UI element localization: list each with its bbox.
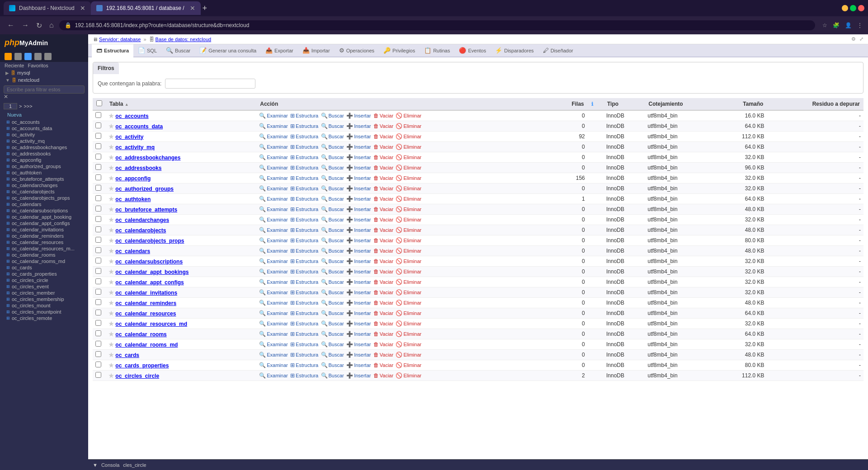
- buscar-link[interactable]: 🔍 Buscar: [321, 268, 344, 275]
- eliminar-link[interactable]: 🚫 Eliminar: [396, 331, 421, 337]
- tab-eventos[interactable]: 🔴 Eventos: [454, 44, 491, 57]
- sidebar-table-oc_calendar_reminders[interactable]: ⊞oc_calendar_reminders: [0, 233, 88, 239]
- estructura-link[interactable]: ⊞ Estructura: [290, 372, 318, 379]
- row-checkbox[interactable]: [95, 122, 101, 128]
- eliminar-link[interactable]: 🚫 Eliminar: [396, 258, 421, 264]
- vaciar-link[interactable]: 🗑 Vaciar: [373, 196, 393, 202]
- estructura-link[interactable]: ⊞ Estructura: [290, 320, 318, 327]
- vaciar-link[interactable]: 🗑 Vaciar: [373, 175, 393, 181]
- buscar-link[interactable]: 🔍 Buscar: [321, 372, 344, 379]
- forward-button[interactable]: →: [20, 19, 31, 31]
- estructura-link[interactable]: ⊞ Estructura: [290, 352, 318, 358]
- sidebar-table-oc_calendar_appt_configs[interactable]: ⊞oc_calendar_appt_configs: [0, 220, 88, 226]
- star-icon[interactable]: ★: [108, 237, 114, 244]
- star-icon[interactable]: ★: [108, 372, 114, 379]
- estructura-link[interactable]: ⊞ Estructura: [290, 289, 318, 296]
- star-icon[interactable]: ★: [108, 289, 114, 296]
- star-icon[interactable]: ★: [108, 268, 114, 275]
- eliminar-link[interactable]: 🚫 Eliminar: [396, 185, 421, 192]
- table-name-link[interactable]: oc_cards_properties: [115, 362, 169, 369]
- star-icon[interactable]: ★: [108, 196, 114, 202]
- recent-tab[interactable]: Reciente: [5, 63, 24, 68]
- buscar-link[interactable]: 🔍 Buscar: [321, 320, 344, 327]
- sidebar-table-oc_activity[interactable]: ⊞oc_activity: [0, 132, 88, 138]
- table-name-link[interactable]: oc_accounts_data: [115, 123, 163, 130]
- tab-sql[interactable]: 📄 SQL: [133, 44, 161, 57]
- sidebar-table-oc_cards[interactable]: ⊞oc_cards: [0, 264, 88, 271]
- menu-icon[interactable]: ⋮: [857, 22, 863, 28]
- vaciar-link[interactable]: 🗑 Vaciar: [373, 258, 393, 264]
- row-checkbox[interactable]: [95, 133, 101, 139]
- estructura-link[interactable]: ⊞ Estructura: [290, 113, 318, 119]
- settings-icon[interactable]: ⚙: [851, 36, 856, 42]
- examinar-link[interactable]: 🔍 Examinar: [259, 216, 288, 223]
- row-checkbox[interactable]: [95, 351, 101, 357]
- insertar-link[interactable]: ➕ Insertar: [346, 268, 371, 275]
- examinar-link[interactable]: 🔍 Examinar: [259, 227, 288, 233]
- sidebar-table-oc_calendar_appt_booking[interactable]: ⊞oc_calendar_appt_booking: [0, 214, 88, 220]
- insertar-link[interactable]: ➕ Insertar: [346, 331, 371, 337]
- table-name-link[interactable]: oc_calendarobjects_props: [115, 238, 184, 244]
- vaciar-link[interactable]: 🗑 Vaciar: [373, 372, 393, 379]
- row-checkbox[interactable]: [95, 164, 101, 170]
- sidebar-settings-icon[interactable]: [14, 53, 22, 60]
- fullscreen-icon[interactable]: ⤢: [859, 36, 863, 42]
- row-checkbox[interactable]: [95, 268, 101, 274]
- row-checkbox[interactable]: [95, 143, 101, 149]
- insertar-link[interactable]: ➕ Insertar: [346, 175, 371, 181]
- star-icon[interactable]: ★: [108, 341, 114, 348]
- row-checkbox[interactable]: [95, 289, 101, 295]
- sidebar-nav-end[interactable]: >>>: [24, 103, 32, 109]
- row-checkbox[interactable]: [95, 174, 101, 180]
- tab-1-close[interactable]: ✕: [80, 5, 85, 12]
- table-name-link[interactable]: oc_calendarsubscriptions: [115, 258, 183, 265]
- row-checkbox[interactable]: [95, 154, 101, 160]
- sidebar-table-oc_calendarsubscriptions[interactable]: ⊞oc_calendarsubscriptions: [0, 207, 88, 214]
- eliminar-link[interactable]: 🚫 Eliminar: [396, 133, 421, 140]
- table-name-link[interactable]: oc_authtoken: [115, 196, 151, 202]
- row-checkbox[interactable]: [95, 206, 101, 212]
- insertar-link[interactable]: ➕ Insertar: [346, 185, 371, 192]
- examinar-link[interactable]: 🔍 Examinar: [259, 289, 288, 296]
- table-name-link[interactable]: oc_calendar_appt_configs: [115, 279, 184, 286]
- vaciar-link[interactable]: 🗑 Vaciar: [373, 268, 393, 275]
- row-checkbox[interactable]: [95, 330, 101, 336]
- row-checkbox[interactable]: [95, 278, 101, 284]
- table-name-link[interactable]: oc_cards: [115, 352, 139, 358]
- sidebar-table-oc_addressbookchanges[interactable]: ⊞oc_addressbookchanges: [0, 144, 88, 150]
- star-icon[interactable]: ★: [108, 144, 114, 150]
- maximize-button[interactable]: [850, 5, 856, 11]
- buscar-link[interactable]: 🔍 Buscar: [321, 289, 344, 296]
- insertar-link[interactable]: ➕ Insertar: [346, 300, 371, 306]
- filtros-header[interactable]: Filtros: [93, 62, 119, 74]
- sidebar-filter-input[interactable]: [4, 85, 85, 94]
- sidebar-table-oc_calendar_rooms[interactable]: ⊞oc_calendar_rooms: [0, 252, 88, 258]
- sidebar-filter-clear[interactable]: ✕: [4, 94, 8, 100]
- insertar-link[interactable]: ➕ Insertar: [346, 237, 371, 244]
- buscar-link[interactable]: 🔍 Buscar: [321, 341, 344, 348]
- eliminar-link[interactable]: 🚫 Eliminar: [396, 310, 421, 316]
- estructura-link[interactable]: ⊞ Estructura: [290, 227, 318, 233]
- examinar-link[interactable]: 🔍 Examinar: [259, 352, 288, 358]
- close-button[interactable]: [858, 5, 864, 11]
- insertar-link[interactable]: ➕ Insertar: [346, 279, 371, 285]
- table-name-link[interactable]: oc_calendar_reminders: [115, 300, 176, 306]
- buscar-link[interactable]: 🔍 Buscar: [321, 310, 344, 316]
- examinar-link[interactable]: 🔍 Examinar: [259, 279, 288, 285]
- eliminar-link[interactable]: 🚫 Eliminar: [396, 123, 421, 129]
- vaciar-link[interactable]: 🗑 Vaciar: [373, 300, 393, 306]
- table-name-link[interactable]: oc_circles_circle: [115, 373, 159, 379]
- examinar-link[interactable]: 🔍 Examinar: [259, 133, 288, 140]
- table-name-link[interactable]: oc_activity: [115, 134, 143, 140]
- tab-1[interactable]: Dashboard - Nextcloud ✕: [4, 1, 91, 15]
- insertar-link[interactable]: ➕ Insertar: [346, 320, 371, 327]
- sidebar-table-oc_accounts_data[interactable]: ⊞oc_accounts_data: [0, 125, 88, 132]
- sidebar-table-oc_accounts[interactable]: ⊞oc_accounts: [0, 119, 88, 125]
- row-checkbox[interactable]: [95, 372, 101, 378]
- eliminar-link[interactable]: 🚫 Eliminar: [396, 175, 421, 181]
- estructura-link[interactable]: ⊞ Estructura: [290, 331, 318, 337]
- row-checkbox[interactable]: [95, 247, 101, 253]
- examinar-link[interactable]: 🔍 Examinar: [259, 196, 288, 202]
- eliminar-link[interactable]: 🚫 Eliminar: [396, 196, 421, 202]
- sidebar-table-oc_circles_mountpoint[interactable]: ⊞oc_circles_mountpoint: [0, 309, 88, 315]
